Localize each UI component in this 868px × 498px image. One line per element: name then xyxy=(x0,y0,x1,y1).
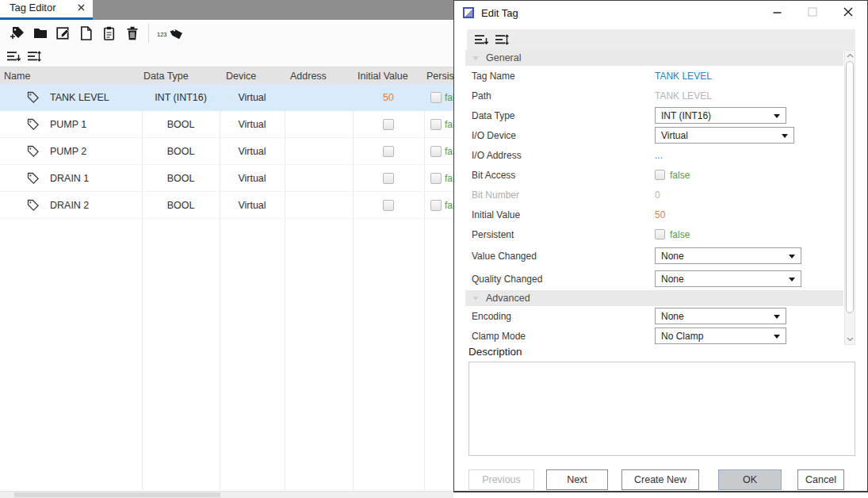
copy-icon[interactable] xyxy=(75,22,98,44)
horizontal-scrollbar[interactable] xyxy=(0,491,453,498)
column-header-initial-value[interactable]: Initial Value xyxy=(353,71,424,82)
field-row-clamp-mode: Clamp Mode No Clamp xyxy=(465,326,843,345)
tag-name: DRAIN 1 xyxy=(50,173,89,184)
initial-value-checkbox[interactable] xyxy=(383,146,394,157)
scroll-down-icon[interactable] xyxy=(845,335,855,344)
encoding-dropdown[interactable]: None xyxy=(655,308,786,324)
tag-name-value[interactable]: TANK LEVEL xyxy=(655,71,712,82)
bit-access-value: false xyxy=(670,170,690,181)
section-advanced[interactable]: Advanced xyxy=(465,290,843,306)
cancel-button[interactable]: Cancel xyxy=(797,469,844,490)
field-label: Initial Value xyxy=(465,209,655,220)
field-row-io-device: I/O Device Virtual xyxy=(465,125,843,145)
chevron-down-icon xyxy=(774,114,780,118)
scroll-up-icon[interactable] xyxy=(845,51,855,60)
persistent-checkbox[interactable] xyxy=(430,173,442,184)
field-label: I/O Device xyxy=(465,130,655,141)
field-label: I/O Address xyxy=(465,150,655,161)
tag-device: Virtual xyxy=(220,146,285,157)
persistent-checkbox[interactable] xyxy=(430,146,442,157)
tab-tag-editor[interactable]: Tag Editor xyxy=(0,0,93,20)
column-header-data-type[interactable]: Data Type xyxy=(142,71,220,82)
bit-access-checkbox[interactable] xyxy=(655,170,665,180)
column-header-address[interactable]: Address xyxy=(285,71,353,82)
ok-button[interactable]: OK xyxy=(718,469,782,490)
tag-device: Virtual xyxy=(220,173,285,184)
tag-name: TANK LEVEL xyxy=(50,92,109,103)
tab-bar: Tag Editor xyxy=(0,0,453,20)
field-label: Bit Access xyxy=(465,170,655,181)
delete-icon[interactable] xyxy=(120,22,143,44)
next-button[interactable]: Next xyxy=(546,469,608,490)
collapse-arrow-icon xyxy=(472,56,479,60)
description-input[interactable] xyxy=(468,362,855,456)
edit-tag-icon[interactable] xyxy=(52,22,75,44)
persistent-value: false xyxy=(445,146,453,157)
sort-toolbar xyxy=(0,46,453,67)
io-address-value[interactable]: ... xyxy=(655,150,663,161)
add-tag-icon[interactable] xyxy=(6,22,29,44)
persistent-checkbox[interactable] xyxy=(430,119,442,130)
minimize-icon[interactable] xyxy=(763,1,790,23)
table-row[interactable]: DRAIN 1 BOOL Virtual false xyxy=(0,165,453,192)
paste-icon[interactable] xyxy=(98,22,120,44)
section-general[interactable]: General xyxy=(465,50,843,66)
column-header-persistent[interactable]: Persistent xyxy=(424,71,453,82)
tag-name: PUMP 2 xyxy=(50,146,86,157)
initial-value-checkbox[interactable] xyxy=(383,119,394,130)
clamp-mode-dropdown[interactable]: No Clamp xyxy=(655,328,786,344)
field-label: Clamp Mode xyxy=(465,331,655,342)
tag-name: PUMP 1 xyxy=(50,119,86,130)
persistent-value: false xyxy=(445,173,453,184)
collapse-arrow-icon xyxy=(472,297,479,301)
collapse-all-icon[interactable] xyxy=(474,34,488,45)
field-label: Path xyxy=(465,90,655,102)
chevron-down-icon xyxy=(782,134,788,138)
io-device-dropdown[interactable]: Virtual xyxy=(655,127,794,144)
vertical-scrollbar[interactable] xyxy=(844,50,855,345)
persistent-checkbox[interactable] xyxy=(430,200,442,211)
field-label: Bit Number xyxy=(465,190,655,201)
path-value: TANK LEVEL xyxy=(655,90,712,102)
create-new-button[interactable]: Create New xyxy=(621,469,699,490)
chevron-down-icon xyxy=(789,278,795,282)
initial-value-checkbox[interactable] xyxy=(383,200,394,211)
numeric-tag-label: 123 xyxy=(157,31,167,38)
tag-icon xyxy=(26,90,40,104)
persistent-checkbox[interactable] xyxy=(430,92,442,103)
table-row[interactable]: DRAIN 2 BOOL Virtual false xyxy=(0,192,453,219)
tag-device: Virtual xyxy=(220,200,285,211)
chevron-down-icon xyxy=(774,315,780,319)
initial-value[interactable]: 50 xyxy=(655,209,665,220)
expand-all-icon[interactable] xyxy=(495,34,509,45)
app-icon xyxy=(463,7,474,18)
collapse-all-icon[interactable] xyxy=(6,51,21,62)
column-header-name[interactable]: Name xyxy=(0,71,142,82)
horizontal-scrollbar-thumb[interactable] xyxy=(14,492,220,497)
persistent-checkbox[interactable] xyxy=(655,229,665,239)
main-toolbar: 123 xyxy=(0,20,453,46)
quality-changed-dropdown[interactable]: None xyxy=(655,270,801,287)
table-row[interactable]: PUMP 2 BOOL Virtual false xyxy=(0,138,453,165)
encoding-value: None xyxy=(661,311,684,322)
vertical-scrollbar-thumb[interactable] xyxy=(846,61,854,313)
value-changed-dropdown[interactable]: None xyxy=(655,247,801,264)
table-row[interactable]: PUMP 1 BOOL Virtual false xyxy=(0,111,453,138)
field-row-io-address: I/O Address ... xyxy=(465,145,843,165)
tab-close-icon[interactable] xyxy=(78,4,85,11)
description-label: Description xyxy=(468,346,522,358)
close-icon[interactable] xyxy=(835,1,862,23)
tag-icon xyxy=(26,117,40,131)
tag-device: Virtual xyxy=(220,119,285,130)
field-row-path: Path TANK LEVEL xyxy=(465,86,843,105)
expand-all-icon[interactable] xyxy=(27,51,41,62)
open-folder-icon[interactable] xyxy=(29,22,52,44)
column-header-device[interactable]: Device xyxy=(220,71,285,82)
numeric-tag-icon[interactable]: 123 xyxy=(154,22,185,44)
initial-value-checkbox[interactable] xyxy=(383,173,394,184)
tag-name: DRAIN 2 xyxy=(50,200,89,211)
section-advanced-label: Advanced xyxy=(486,293,530,304)
data-type-dropdown[interactable]: INT (INT16) xyxy=(655,107,786,124)
property-grid: General Tag Name TANK LEVEL Path TANK LE… xyxy=(465,50,843,345)
table-row[interactable]: TANK LEVEL INT (INT16) Virtual 50 false xyxy=(0,84,453,111)
